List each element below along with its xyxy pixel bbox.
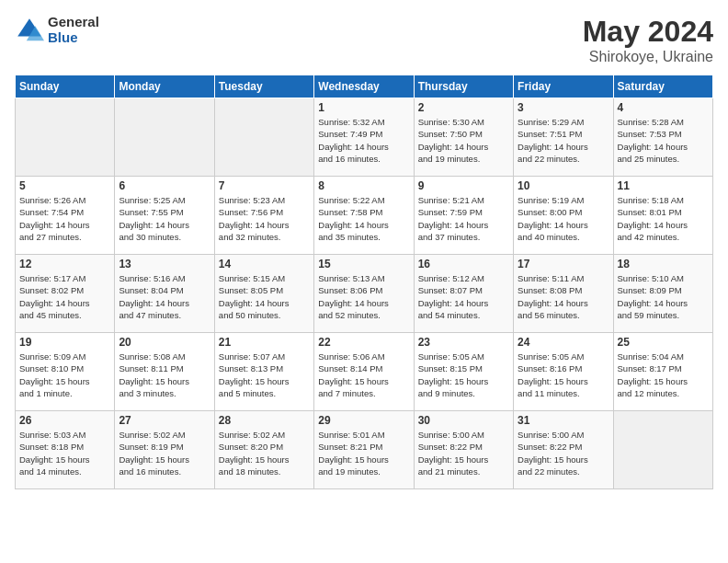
day-number: 11 [618, 179, 709, 192]
day-cell: 1Sunrise: 5:32 AMSunset: 7:49 PMDaylight… [314, 98, 414, 177]
day-info: Sunrise: 5:19 AMSunset: 8:00 PMDaylight:… [518, 194, 609, 243]
weekday-header-tuesday: Tuesday [214, 75, 313, 98]
day-cell: 28Sunrise: 5:02 AMSunset: 8:20 PMDayligh… [214, 411, 313, 489]
day-cell: 27Sunrise: 5:02 AMSunset: 8:19 PMDayligh… [115, 411, 214, 489]
day-number: 29 [318, 414, 409, 427]
logo-general-text: General [48, 15, 99, 30]
day-number: 21 [219, 336, 310, 349]
day-info: Sunrise: 5:29 AMSunset: 7:51 PMDaylight:… [518, 116, 609, 165]
day-number: 4 [618, 101, 709, 114]
day-info: Sunrise: 5:26 AMSunset: 7:54 PMDaylight:… [19, 194, 110, 243]
day-cell: 17Sunrise: 5:11 AMSunset: 8:08 PMDayligh… [514, 255, 613, 333]
day-info: Sunrise: 5:12 AMSunset: 8:07 PMDaylight:… [418, 272, 509, 321]
day-cell: 9Sunrise: 5:21 AMSunset: 7:59 PMDaylight… [414, 177, 513, 255]
day-cell: 26Sunrise: 5:03 AMSunset: 8:18 PMDayligh… [16, 411, 115, 489]
day-number: 24 [518, 336, 609, 349]
day-info: Sunrise: 5:02 AMSunset: 8:20 PMDaylight:… [219, 429, 310, 477]
day-cell: 3Sunrise: 5:29 AMSunset: 7:51 PMDaylight… [514, 98, 613, 177]
day-info: Sunrise: 5:01 AMSunset: 8:21 PMDaylight:… [318, 429, 409, 477]
day-cell: 8Sunrise: 5:22 AMSunset: 7:58 PMDaylight… [314, 177, 414, 255]
day-number: 23 [418, 336, 509, 349]
calendar-table: SundayMondayTuesdayWednesdayThursdayFrid… [15, 75, 713, 489]
day-number: 18 [618, 258, 709, 270]
day-cell: 7Sunrise: 5:23 AMSunset: 7:56 PMDaylight… [214, 177, 313, 255]
day-number: 25 [618, 336, 709, 349]
day-number: 3 [518, 101, 609, 114]
day-number: 13 [119, 258, 210, 270]
day-info: Sunrise: 5:04 AMSunset: 8:17 PMDaylight:… [618, 350, 709, 399]
day-info: Sunrise: 5:02 AMSunset: 8:19 PMDaylight:… [119, 429, 210, 477]
weekday-header-monday: Monday [115, 75, 214, 98]
weekday-header-row: SundayMondayTuesdayWednesdayThursdayFrid… [16, 75, 713, 98]
week-row-2: 5Sunrise: 5:26 AMSunset: 7:54 PMDaylight… [16, 177, 713, 255]
day-number: 1 [318, 101, 409, 114]
day-cell: 29Sunrise: 5:01 AMSunset: 8:21 PMDayligh… [314, 411, 414, 489]
day-info: Sunrise: 5:10 AMSunset: 8:09 PMDaylight:… [618, 272, 709, 321]
day-number: 9 [418, 179, 509, 192]
day-number: 6 [119, 179, 210, 192]
day-cell [613, 411, 712, 489]
day-cell: 15Sunrise: 5:13 AMSunset: 8:06 PMDayligh… [314, 255, 414, 333]
logo: General Blue [15, 15, 99, 45]
day-number: 19 [19, 336, 110, 349]
day-info: Sunrise: 5:07 AMSunset: 8:13 PMDaylight:… [219, 350, 310, 399]
day-number: 12 [19, 258, 110, 270]
day-info: Sunrise: 5:08 AMSunset: 8:11 PMDaylight:… [119, 350, 210, 399]
day-cell: 6Sunrise: 5:25 AMSunset: 7:55 PMDaylight… [115, 177, 214, 255]
day-cell: 22Sunrise: 5:06 AMSunset: 8:14 PMDayligh… [314, 333, 414, 411]
day-cell: 31Sunrise: 5:00 AMSunset: 8:22 PMDayligh… [514, 411, 613, 489]
day-cell: 2Sunrise: 5:30 AMSunset: 7:50 PMDaylight… [414, 98, 513, 177]
weekday-header-saturday: Saturday [613, 75, 712, 98]
day-cell: 21Sunrise: 5:07 AMSunset: 8:13 PMDayligh… [214, 333, 313, 411]
day-number: 10 [518, 179, 609, 192]
day-info: Sunrise: 5:09 AMSunset: 8:10 PMDaylight:… [19, 350, 110, 399]
day-info: Sunrise: 5:23 AMSunset: 7:56 PMDaylight:… [219, 194, 310, 243]
day-cell: 4Sunrise: 5:28 AMSunset: 7:53 PMDaylight… [613, 98, 712, 177]
day-info: Sunrise: 5:28 AMSunset: 7:53 PMDaylight:… [618, 116, 709, 165]
week-row-5: 26Sunrise: 5:03 AMSunset: 8:18 PMDayligh… [16, 411, 713, 489]
day-info: Sunrise: 5:05 AMSunset: 8:15 PMDaylight:… [418, 350, 509, 399]
day-number: 20 [119, 336, 210, 349]
weekday-header-wednesday: Wednesday [314, 75, 414, 98]
week-row-4: 19Sunrise: 5:09 AMSunset: 8:10 PMDayligh… [16, 333, 713, 411]
weekday-header-thursday: Thursday [414, 75, 513, 98]
week-row-1: 1Sunrise: 5:32 AMSunset: 7:49 PMDaylight… [16, 98, 713, 177]
day-info: Sunrise: 5:25 AMSunset: 7:55 PMDaylight:… [119, 194, 210, 243]
day-cell [16, 98, 115, 177]
day-number: 15 [318, 258, 409, 270]
month-year: May 2024 [583, 15, 713, 49]
day-cell: 25Sunrise: 5:04 AMSunset: 8:17 PMDayligh… [613, 333, 712, 411]
day-cell: 18Sunrise: 5:10 AMSunset: 8:09 PMDayligh… [613, 255, 712, 333]
logo-icon [15, 16, 44, 45]
day-cell: 23Sunrise: 5:05 AMSunset: 8:15 PMDayligh… [414, 333, 513, 411]
day-number: 17 [518, 258, 609, 270]
day-info: Sunrise: 5:17 AMSunset: 8:02 PMDaylight:… [19, 272, 110, 321]
weekday-header-sunday: Sunday [16, 75, 115, 98]
day-cell: 24Sunrise: 5:05 AMSunset: 8:16 PMDayligh… [514, 333, 613, 411]
day-cell [115, 98, 214, 177]
logo-blue-text: Blue [48, 30, 99, 46]
day-number: 30 [418, 414, 509, 427]
day-cell: 14Sunrise: 5:15 AMSunset: 8:05 PMDayligh… [214, 255, 313, 333]
day-info: Sunrise: 5:03 AMSunset: 8:18 PMDaylight:… [19, 429, 110, 477]
day-cell: 30Sunrise: 5:00 AMSunset: 8:22 PMDayligh… [414, 411, 513, 489]
day-number: 8 [318, 179, 409, 192]
page-header: General Blue May 2024 Shirokoye, Ukraine [15, 15, 713, 65]
day-info: Sunrise: 5:05 AMSunset: 8:16 PMDaylight:… [518, 350, 609, 399]
day-info: Sunrise: 5:15 AMSunset: 8:05 PMDaylight:… [219, 272, 310, 321]
day-cell: 13Sunrise: 5:16 AMSunset: 8:04 PMDayligh… [115, 255, 214, 333]
weekday-header-friday: Friday [514, 75, 613, 98]
location: Shirokoye, Ukraine [583, 49, 713, 65]
day-info: Sunrise: 5:32 AMSunset: 7:49 PMDaylight:… [318, 116, 409, 165]
day-info: Sunrise: 5:21 AMSunset: 7:59 PMDaylight:… [418, 194, 509, 243]
day-cell: 20Sunrise: 5:08 AMSunset: 8:11 PMDayligh… [115, 333, 214, 411]
day-number: 7 [219, 179, 310, 192]
day-info: Sunrise: 5:13 AMSunset: 8:06 PMDaylight:… [318, 272, 409, 321]
day-info: Sunrise: 5:11 AMSunset: 8:08 PMDaylight:… [518, 272, 609, 321]
day-cell [214, 98, 313, 177]
day-number: 5 [19, 179, 110, 192]
day-number: 22 [318, 336, 409, 349]
logo-text: General Blue [48, 15, 99, 45]
day-info: Sunrise: 5:18 AMSunset: 8:01 PMDaylight:… [618, 194, 709, 243]
day-cell: 10Sunrise: 5:19 AMSunset: 8:00 PMDayligh… [514, 177, 613, 255]
